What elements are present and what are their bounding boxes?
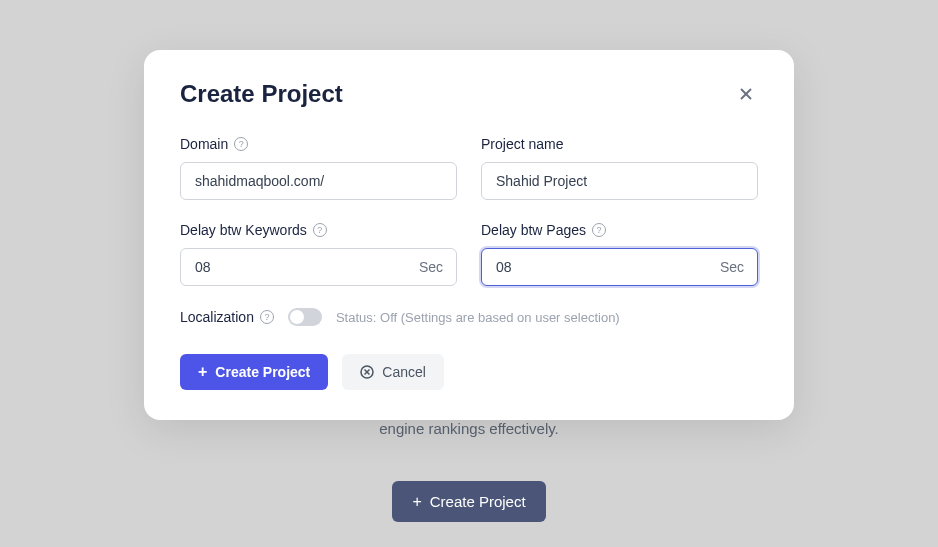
- domain-label-text: Domain: [180, 136, 228, 152]
- delay-pages-label: Delay btw Pages ?: [481, 222, 758, 238]
- delay-pages-input[interactable]: [481, 248, 758, 286]
- project-name-label-text: Project name: [481, 136, 563, 152]
- form-row-1: Domain ? Project name: [180, 136, 758, 200]
- project-name-label: Project name: [481, 136, 758, 152]
- create-project-label: Create Project: [215, 364, 310, 380]
- delay-keywords-label-text: Delay btw Keywords: [180, 222, 307, 238]
- delay-keywords-input-wrap: Sec: [180, 248, 457, 286]
- page-create-project-button[interactable]: + Create Project: [392, 481, 545, 522]
- domain-group: Domain ?: [180, 136, 457, 200]
- delay-keywords-input[interactable]: [180, 248, 457, 286]
- close-button[interactable]: [734, 82, 758, 106]
- localization-row: Localization ? Status: Off (Settings are…: [180, 308, 758, 326]
- localization-status: Status: Off (Settings are based on user …: [336, 310, 620, 325]
- project-name-input[interactable]: [481, 162, 758, 200]
- modal-header: Create Project: [180, 80, 758, 108]
- plus-icon: +: [198, 364, 207, 380]
- delay-keywords-group: Delay btw Keywords ? Sec: [180, 222, 457, 286]
- localization-label: Localization ?: [180, 309, 274, 325]
- cancel-label: Cancel: [382, 364, 426, 380]
- cancel-button[interactable]: Cancel: [342, 354, 444, 390]
- modal-title: Create Project: [180, 80, 343, 108]
- help-icon[interactable]: ?: [313, 223, 327, 237]
- delay-pages-group: Delay btw Pages ? Sec: [481, 222, 758, 286]
- page-desc-line2: engine rankings effectively.: [0, 417, 938, 441]
- form-row-2: Delay btw Keywords ? Sec Delay btw Pages…: [180, 222, 758, 286]
- delay-keywords-label: Delay btw Keywords ?: [180, 222, 457, 238]
- cancel-icon: [360, 365, 374, 379]
- delay-pages-input-wrap: Sec: [481, 248, 758, 286]
- help-icon[interactable]: ?: [234, 137, 248, 151]
- page-create-label: Create Project: [430, 493, 526, 510]
- domain-label: Domain ?: [180, 136, 457, 152]
- project-name-group: Project name: [481, 136, 758, 200]
- create-project-modal: Create Project Domain ? Project name D: [144, 50, 794, 420]
- plus-icon: +: [412, 494, 421, 510]
- delay-pages-label-text: Delay btw Pages: [481, 222, 586, 238]
- create-project-button[interactable]: + Create Project: [180, 354, 328, 390]
- modal-footer: + Create Project Cancel: [180, 354, 758, 390]
- close-icon: [738, 86, 754, 102]
- domain-input[interactable]: [180, 162, 457, 200]
- help-icon[interactable]: ?: [592, 223, 606, 237]
- help-icon[interactable]: ?: [260, 310, 274, 324]
- localization-toggle[interactable]: [288, 308, 322, 326]
- toggle-knob: [290, 310, 304, 324]
- localization-label-text: Localization: [180, 309, 254, 325]
